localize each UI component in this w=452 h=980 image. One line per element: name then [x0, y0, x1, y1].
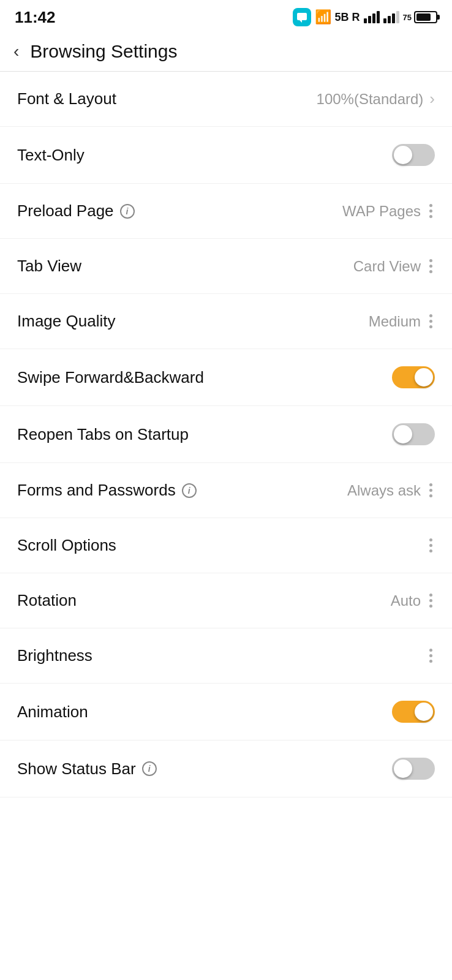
settings-value-image-quality: Medium — [369, 313, 421, 330]
toggle-knob-reopen-tabs — [394, 425, 412, 443]
header: ‹ Browsing Settings — [0, 32, 452, 72]
settings-item-left-rotation: Rotation — [17, 591, 391, 610]
settings-item-right-reopen-tabs — [392, 423, 435, 445]
dots-menu-preload-page[interactable] — [427, 202, 435, 221]
settings-label-image-quality: Image Quality — [17, 312, 115, 331]
settings-label-text-only: Text-Only — [17, 146, 85, 165]
settings-item-rotation[interactable]: RotationAuto — [0, 573, 452, 628]
app-notification-icon — [293, 8, 311, 26]
settings-item-forms-passwords[interactable]: Forms and PasswordsiAlways ask — [0, 463, 452, 518]
settings-item-right-image-quality: Medium — [369, 312, 435, 331]
settings-item-show-status-bar[interactable]: Show Status Bari — [0, 741, 452, 797]
wifi-icon: 📶 — [315, 9, 331, 25]
settings-item-image-quality[interactable]: Image QualityMedium — [0, 294, 452, 349]
settings-label-scroll-options: Scroll Options — [17, 536, 116, 555]
network-label: 5B R — [335, 11, 360, 24]
signal-bars-1 — [364, 11, 380, 23]
battery-level: 75 — [403, 13, 412, 22]
toggle-knob-text-only — [394, 146, 412, 164]
dots-menu-brightness[interactable] — [427, 646, 435, 665]
settings-item-text-only[interactable]: Text-Only — [0, 127, 452, 184]
settings-value-preload-page: WAP Pages — [342, 203, 421, 220]
settings-value-font-layout: 100%(Standard) — [317, 91, 424, 108]
settings-label-animation: Animation — [17, 703, 88, 722]
settings-item-brightness[interactable]: Brightness — [0, 628, 452, 684]
settings-item-left-show-status-bar: Show Status Bari — [17, 760, 392, 778]
settings-item-left-animation: Animation — [17, 703, 392, 722]
settings-label-font-layout: Font & Layout — [17, 89, 116, 108]
settings-label-rotation: Rotation — [17, 591, 77, 610]
toggle-text-only[interactable] — [392, 144, 435, 166]
settings-label-swipe-forward-backward: Swipe Forward&Backward — [17, 368, 204, 387]
info-icon-preload-page[interactable]: i — [120, 204, 135, 219]
settings-item-swipe-forward-backward[interactable]: Swipe Forward&Backward — [0, 349, 452, 406]
settings-item-left-scroll-options: Scroll Options — [17, 536, 427, 555]
toggle-knob-swipe-forward-backward — [415, 368, 433, 386]
settings-item-left-text-only: Text-Only — [17, 146, 392, 165]
settings-item-right-animation — [392, 701, 435, 723]
dots-menu-forms-passwords[interactable] — [427, 481, 435, 500]
settings-item-right-font-layout: 100%(Standard)› — [317, 89, 435, 108]
svg-rect-0 — [297, 13, 307, 20]
settings-item-right-forms-passwords: Always ask — [347, 481, 435, 500]
settings-label-preload-page: Preload Page — [17, 202, 114, 221]
settings-item-reopen-tabs[interactable]: Reopen Tabs on Startup — [0, 406, 452, 463]
battery-icon — [414, 11, 437, 23]
toggle-knob-show-status-bar — [394, 760, 412, 778]
battery-container: 75 — [403, 11, 437, 23]
svg-marker-1 — [299, 20, 302, 23]
toggle-reopen-tabs[interactable] — [392, 423, 435, 445]
settings-item-preload-page[interactable]: Preload PageiWAP Pages — [0, 184, 452, 239]
back-button[interactable]: ‹ — [9, 40, 24, 62]
status-bar: 11:42 📶 5B R 75 — [0, 0, 452, 32]
toggle-show-status-bar[interactable] — [392, 758, 435, 780]
dots-menu-scroll-options[interactable] — [427, 536, 435, 555]
dots-menu-tab-view[interactable] — [427, 257, 435, 276]
settings-item-left-reopen-tabs: Reopen Tabs on Startup — [17, 425, 392, 444]
settings-item-right-preload-page: WAP Pages — [342, 202, 435, 221]
settings-item-left-image-quality: Image Quality — [17, 312, 369, 331]
info-icon-forms-passwords[interactable]: i — [182, 483, 197, 498]
status-icons: 📶 5B R 75 — [293, 8, 437, 26]
settings-item-right-tab-view: Card View — [353, 257, 435, 276]
settings-item-left-forms-passwords: Forms and Passwordsi — [17, 481, 347, 500]
settings-label-forms-passwords: Forms and Passwords — [17, 481, 176, 500]
settings-label-show-status-bar: Show Status Bar — [17, 760, 136, 778]
settings-item-left-preload-page: Preload Pagei — [17, 202, 342, 221]
settings-label-brightness: Brightness — [17, 646, 92, 665]
settings-item-scroll-options[interactable]: Scroll Options — [0, 518, 452, 573]
settings-item-animation[interactable]: Animation — [0, 684, 452, 741]
chevron-right-icon-font-layout: › — [429, 89, 435, 108]
settings-item-right-text-only — [392, 144, 435, 166]
settings-item-right-scroll-options — [427, 536, 435, 555]
toggle-animation[interactable] — [392, 701, 435, 723]
settings-label-tab-view: Tab View — [17, 257, 81, 276]
settings-item-left-swipe-forward-backward: Swipe Forward&Backward — [17, 368, 392, 387]
signal-bars-2 — [383, 11, 399, 23]
settings-item-tab-view[interactable]: Tab ViewCard View — [0, 239, 452, 294]
toggle-swipe-forward-backward[interactable] — [392, 366, 435, 388]
info-icon-show-status-bar[interactable]: i — [142, 761, 157, 776]
settings-value-forms-passwords: Always ask — [347, 482, 421, 499]
status-time: 11:42 — [15, 8, 56, 27]
dots-menu-image-quality[interactable] — [427, 312, 435, 331]
settings-value-rotation: Auto — [391, 592, 421, 609]
settings-item-left-brightness: Brightness — [17, 646, 427, 665]
settings-list: Font & Layout100%(Standard)›Text-OnlyPre… — [0, 72, 452, 797]
settings-item-font-layout[interactable]: Font & Layout100%(Standard)› — [0, 72, 452, 127]
settings-item-left-font-layout: Font & Layout — [17, 89, 317, 108]
message-icon — [296, 12, 307, 23]
settings-item-right-rotation: Auto — [391, 591, 435, 610]
settings-item-right-brightness — [427, 646, 435, 665]
page-title: Browsing Settings — [30, 41, 177, 62]
settings-item-right-swipe-forward-backward — [392, 366, 435, 388]
dots-menu-rotation[interactable] — [427, 591, 435, 610]
settings-item-right-show-status-bar — [392, 758, 435, 780]
toggle-knob-animation — [415, 703, 433, 721]
settings-item-left-tab-view: Tab View — [17, 257, 353, 276]
settings-value-tab-view: Card View — [353, 258, 421, 275]
settings-label-reopen-tabs: Reopen Tabs on Startup — [17, 425, 189, 444]
